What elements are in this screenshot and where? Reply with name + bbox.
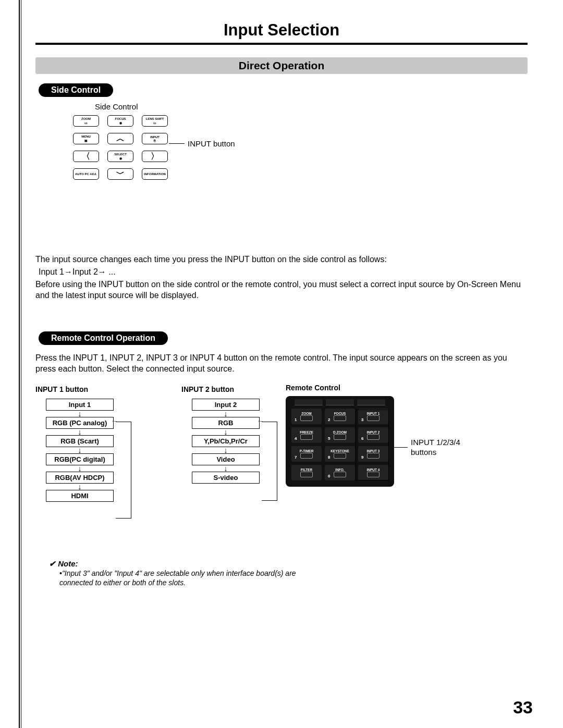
focus-icon: ◉ [119,121,122,125]
menu-icon: ▣ [84,139,88,142]
sc-label: SELECT [114,153,127,156]
remote-button-label: INFO. [335,468,344,472]
sc-select-button[interactable]: SELECT◉ [107,151,133,162]
flow-input2: INPUT 2 button Input 2 ↓ RGB ↓ Y,Pb/Cb,P… [181,385,270,502]
pill-side-control: Side Control [39,83,113,97]
arrow-down-icon: ↓ [35,429,124,435]
remote-button[interactable]: FREEZE4 [291,427,322,443]
arrow-down-icon: ↓ [35,411,124,416]
arrow-down-icon: ↓ [181,448,270,453]
sc-label: MENU [81,135,91,138]
arrow-down-icon: ↓ [181,411,270,416]
remote-control-title: Remote Control [286,384,463,392]
page-title: Input Selection [35,21,528,40]
remote-button-label: D.ZOOM [333,430,347,434]
input-sequence: Input 1→Input 2→ ... [39,267,528,277]
remote-button[interactable]: KEYSTONE8 [325,446,355,462]
remote-button[interactable]: ZOOM1 [291,409,322,424]
remote-button-label: FREEZE [300,430,313,434]
arrow-down-icon: ↓ [181,429,270,435]
sc-label: FOCUS [115,117,126,120]
remote-button-label: KEYSTONE [331,449,349,453]
remote-button-pill-icon [300,472,313,477]
flow-box: HDMI [46,490,114,502]
flow-input1: INPUT 1 button Input 1 ↓ RGB (PC analog)… [35,385,124,502]
remote-button-pill-icon [334,453,346,459]
flow-box: S-video [192,472,260,484]
note-body: •"Input 3" and/or "Input 4" are selectab… [59,569,325,587]
remote-button-pill-icon [334,472,346,477]
remote-button-number: 5 [328,436,330,441]
chevron-up-icon: ︿ [116,135,125,142]
chevron-left-icon: 〈 [82,153,90,160]
remote-button-pill-icon [334,415,346,421]
sc-autopc-button[interactable]: AUTO PC ADJ. [73,168,99,180]
input-buttons-leader: INPUT 1/2/3/4 buttons [411,438,473,458]
input-icon: ⎘ [154,139,156,142]
arrow-left-icon: ← [257,418,264,424]
remote-button-pill-icon [300,453,313,459]
sc-label: AUTO PC ADJ. [75,172,97,176]
sc-up-button[interactable]: ︿ [107,133,133,144]
paragraph-input-rotation: The input source changes each time you p… [35,254,528,265]
chevron-down-icon: ﹀ [116,170,125,178]
remote-button-number: 2 [328,417,330,422]
sc-right-button[interactable]: 〉 [142,151,168,162]
remote-button[interactable]: P-TIMER7 [291,446,322,462]
remote-button-number: 7 [295,455,297,460]
arrow-down-icon: ↓ [35,484,124,489]
remote-button-label: FILTER [301,468,312,472]
sc-label: INFORMATION [144,172,166,176]
sc-down-button[interactable]: ﹀ [107,168,133,180]
remote-button-number: 8 [328,455,330,460]
sc-label: LENS SHIFT [145,117,164,120]
remote-button[interactable]: D.ZOOM5 [325,427,355,443]
remote-button-label: FOCUS [334,412,346,415]
sc-menu-button[interactable]: MENU▣ [73,133,99,144]
remote-button-number: 1 [295,417,297,422]
remote-button-label: ZOOM [301,412,312,415]
side-control-caption: Side Control [95,102,528,111]
chevron-right-icon: 〉 [151,153,159,160]
section-bar-direct-operation: Direct Operation [35,57,528,74]
remote-button-number: 4 [295,436,297,441]
remote-button[interactable]: FOCUS2 [325,409,355,424]
sc-label: INPUT [150,135,160,139]
sc-zoom-button[interactable]: ZOOM▭ [73,115,99,127]
remote-button-number: 0 [328,474,330,478]
note-heading: Note: [49,559,528,569]
sc-input-button[interactable]: INPUT⎘ [142,133,168,144]
flow-head: INPUT 1 button [35,385,124,393]
remote-button-label: P-TIMER [300,449,314,453]
sc-label: ZOOM [81,117,91,120]
flow-head: INPUT 2 button [181,385,270,393]
sc-lensshift-button[interactable]: LENS SHIFT▭ [142,115,168,127]
remote-button-pill-icon [300,434,313,440]
input-button-leader: INPUT button [188,139,235,148]
title-rule [35,43,528,45]
sc-left-button[interactable]: 〈 [73,151,99,162]
paragraph-osd-note: Before using the INPUT button on the sid… [35,279,528,301]
sc-focus-button[interactable]: FOCUS◉ [107,115,133,127]
arrow-down-icon: ↓ [35,466,124,471]
lensshift-icon: ▭ [153,121,156,125]
remote-button[interactable]: INFO.0 [325,465,355,480]
remote-button[interactable]: FILTER [291,465,322,480]
sc-information-button[interactable]: INFORMATION [142,168,168,180]
input-buttons-highlight [356,410,389,480]
remote-button-pill-icon [334,434,346,440]
select-icon: ◉ [119,156,122,160]
arrow-down-icon: ↓ [181,466,270,471]
arrow-left-icon: ← [111,418,118,424]
page-number: 33 [513,697,533,718]
zoom-icon: ▭ [84,121,88,125]
side-control-panel: ZOOM▭ FOCUS◉ LENS SHIFT▭ MENU▣ ︿ INPUT⎘ … [73,115,245,214]
arrow-down-icon: ↓ [35,448,124,453]
paragraph-remote: Press the INPUT 1, INPUT 2, INPUT 3 or I… [35,352,528,375]
remote-button-pill-icon [300,415,313,421]
pill-remote-control-operation: Remote Control Operation [39,331,168,345]
